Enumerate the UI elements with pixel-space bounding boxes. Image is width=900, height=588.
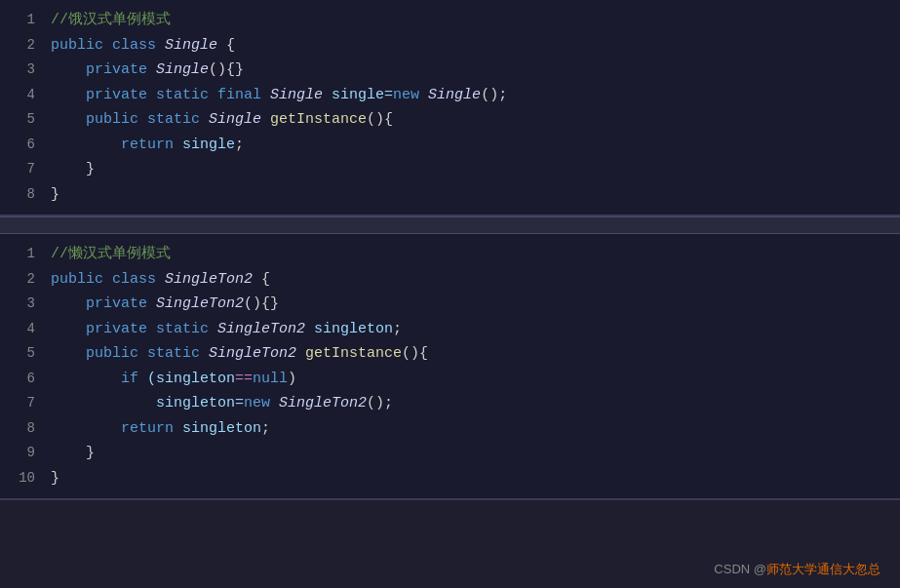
token-class-name-declared: SingleTon2 [156, 271, 253, 288]
code-content: public static SingleTon2 getInstance(){ [51, 341, 428, 367]
line-number: 4 [8, 84, 35, 107]
token-white: } [51, 445, 95, 461]
code-line: 2public class SingleTon2 { [0, 267, 900, 293]
token-identifier: (singleton [138, 371, 235, 387]
line-number: 3 [8, 59, 35, 82]
token-keyword: static [147, 87, 209, 103]
token-white: (); [367, 395, 393, 412]
token-identifier: single= [323, 87, 393, 103]
token-comment: //懒汉式单例模式 [51, 246, 171, 262]
token-keyword: static [147, 321, 209, 337]
token-class-name-declared: SingleTon2 [147, 295, 244, 312]
code-line: 9 } [0, 441, 900, 466]
token-white: { [253, 271, 270, 288]
footer: CSDN @师范大学通信大忽总 [714, 561, 880, 578]
line-number: 8 [8, 417, 35, 441]
line-number: 9 [8, 442, 35, 465]
token-keyword: static [138, 111, 200, 128]
token-keyword: public [51, 37, 103, 54]
code-content: } [51, 182, 59, 208]
code-line: 1//懒汉式单例模式 [0, 242, 900, 267]
app-container: 1//饿汉式单例模式2public class Single {3 privat… [0, 0, 900, 500]
token-class-name-declared: Single [261, 87, 323, 103]
code-line: 8} [0, 182, 900, 208]
token-identifier: singleton= [51, 395, 244, 412]
code-line: 10} [0, 466, 900, 491]
token-white: (){ [402, 345, 428, 362]
code-separator [0, 216, 900, 234]
line-number: 1 [8, 243, 35, 266]
token-keyword: public [51, 271, 103, 288]
token-keyword: static [138, 345, 200, 362]
code-content: private Single(){} [51, 58, 244, 83]
token-class-name-declared: Single [419, 87, 481, 103]
token-white: (){} [244, 295, 279, 312]
token-white [103, 271, 112, 288]
token-keyword: class [112, 37, 156, 54]
code-content: //懒汉式单例模式 [51, 242, 171, 267]
line-number: 6 [8, 368, 35, 391]
token-keyword: null [253, 371, 288, 387]
line-number: 2 [8, 34, 35, 58]
token-identifier: singleton [174, 420, 261, 437]
code-content: singleton=new SingleTon2(); [51, 391, 393, 416]
footer-brand: 师范大学通信大忽总 [766, 562, 880, 576]
token-identifier: single [174, 137, 235, 153]
footer-prefix: CSDN @ [714, 562, 766, 576]
code-line: 3 private SingleTon2(){} [0, 292, 900, 317]
line-number: 4 [8, 318, 35, 341]
token-class-name-declared: SingleTon2 [200, 345, 296, 362]
line-number: 1 [8, 9, 35, 32]
token-keyword: private [51, 87, 147, 103]
token-keyword: public [51, 345, 138, 362]
token-class-name-declared: SingleTon2 [209, 321, 305, 337]
line-number: 5 [8, 342, 35, 366]
token-keyword: private [51, 61, 147, 78]
token-keyword: public [51, 111, 138, 128]
token-keyword: private [51, 321, 147, 337]
code-content: //饿汉式单例模式 [51, 8, 171, 33]
token-method-name: getInstance [261, 111, 367, 128]
code-line: 8 return singleton; [0, 416, 900, 442]
line-number: 10 [8, 467, 35, 490]
line-number: 7 [8, 158, 35, 181]
code-line: 6 if (singleton==null) [0, 367, 900, 392]
token-keyword: final [209, 87, 261, 103]
token-method-name: getInstance [296, 345, 402, 362]
code-content: private static final Single single=new S… [51, 83, 507, 108]
code-content: } [51, 466, 59, 491]
token-purple: == [235, 371, 253, 387]
token-keyword: new [244, 395, 270, 412]
code-content: public class SingleTon2 { [51, 267, 270, 293]
code-line: 7 } [0, 157, 900, 182]
token-keyword: private [51, 295, 147, 312]
code-line: 1//饿汉式单例模式 [0, 8, 900, 33]
line-number: 8 [8, 183, 35, 207]
token-keyword: class [112, 271, 156, 288]
token-white: ; [393, 321, 402, 337]
token-class-name-declared: Single [147, 61, 209, 78]
code-content: private static SingleTon2 singleton; [51, 317, 402, 342]
token-keyword: new [393, 87, 419, 103]
line-number: 7 [8, 392, 35, 415]
code-line: 5 public static Single getInstance(){ [0, 107, 900, 133]
token-class-name-declared: Single [200, 111, 261, 128]
code-content: return single; [51, 133, 244, 158]
code-content: } [51, 157, 95, 182]
code-content: private SingleTon2(){} [51, 292, 279, 317]
token-white: (){ [367, 111, 393, 128]
code-content: } [51, 441, 95, 466]
token-keyword: return [51, 420, 174, 437]
line-number: 5 [8, 108, 35, 132]
line-number: 6 [8, 134, 35, 157]
token-white: } [51, 161, 95, 177]
token-comment: //饿汉式单例模式 [51, 12, 171, 28]
code-line: 6 return single; [0, 133, 900, 158]
token-class-name-declared: Single [156, 37, 217, 54]
token-white: (); [481, 87, 507, 103]
code-line: 7 singleton=new SingleTon2(); [0, 391, 900, 416]
token-identifier: singleton [305, 321, 393, 337]
code-content: public class Single { [51, 33, 235, 59]
token-class-name-declared: SingleTon2 [270, 395, 367, 412]
line-number: 2 [8, 268, 35, 292]
